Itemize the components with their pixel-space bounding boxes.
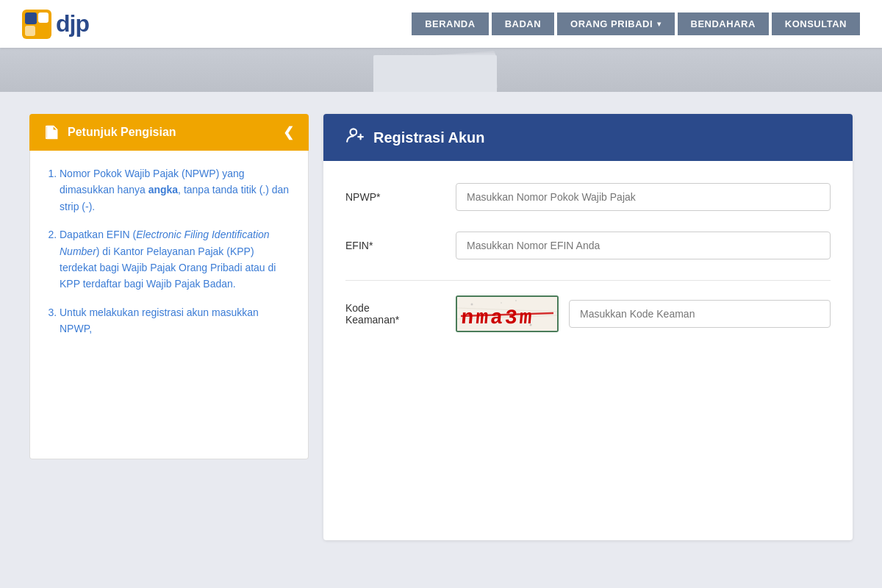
- instruction-2: Dapatkan EFIN (Electronic Filing Identif…: [60, 226, 293, 293]
- instruction-1: Nomor Pokok Wajib Pajak (NPWP) yang dima…: [60, 165, 293, 215]
- book-icon: [44, 124, 60, 140]
- svg-rect-1: [25, 12, 37, 24]
- npwp-row: NPWP*: [345, 183, 831, 211]
- captcha-area: nma3m: [456, 295, 831, 332]
- captcha-svg: nma3m: [457, 297, 557, 331]
- hero-banner: [0, 48, 882, 92]
- svg-rect-2: [38, 12, 49, 23]
- main-content: Petunjuk Pengisian ❮ Nomor Pokok Wajib P…: [0, 92, 882, 562]
- svg-rect-3: [25, 26, 35, 36]
- svg-text:nma3m: nma3m: [460, 306, 535, 329]
- petunjuk-body: Nomor Pokok Wajib Pajak (NPWP) yang dima…: [29, 151, 309, 459]
- registrasi-header: Registrasi Akun: [323, 114, 853, 161]
- right-panel: Registrasi Akun NPWP* EFIN* KodeKeamanan…: [323, 114, 853, 540]
- petunjuk-title: Petunjuk Pengisian: [68, 126, 176, 139]
- djp-logo-icon: [22, 10, 51, 39]
- kode-keamanan-label: KodeKeamanan*: [345, 302, 441, 326]
- efin-input[interactable]: [456, 232, 831, 259]
- main-nav: BERANDA BADAN ORANG PRIBADI BENDAHARA KO…: [412, 12, 860, 35]
- instruction-3: Untuk melakukan registrasi akun masukkan…: [60, 304, 293, 337]
- captcha-input[interactable]: [569, 300, 831, 328]
- svg-point-16: [530, 324, 532, 326]
- header: djp BERANDA BADAN ORANG PRIBADI BENDAHAR…: [0, 0, 882, 48]
- form-divider: [345, 280, 831, 281]
- nav-badan[interactable]: BADAN: [492, 12, 554, 35]
- kode-keamanan-row: KodeKeamanan* nma3m: [345, 295, 831, 332]
- npwp-label: NPWP*: [345, 191, 441, 203]
- svg-point-15: [501, 302, 502, 304]
- logo: djp: [22, 10, 89, 39]
- collapse-button[interactable]: ❮: [283, 124, 294, 140]
- nav-konsultan[interactable]: KONSULTAN: [772, 12, 860, 35]
- efin-label: EFIN*: [345, 240, 441, 251]
- left-panel: Petunjuk Pengisian ❮ Nomor Pokok Wajib P…: [29, 114, 309, 540]
- logo-text: djp: [56, 10, 89, 37]
- registrasi-title: Registrasi Akun: [373, 129, 485, 146]
- nav-orang-pribadi[interactable]: ORANG PRIBADI: [557, 12, 674, 35]
- registrasi-form: NPWP* EFIN* KodeKeamanan*: [323, 161, 853, 375]
- svg-rect-5: [48, 129, 52, 129]
- svg-point-6: [351, 129, 357, 135]
- svg-point-17: [515, 300, 517, 301]
- captcha-image[interactable]: nma3m: [456, 295, 559, 332]
- npwp-input[interactable]: [456, 183, 831, 211]
- nav-bendahara[interactable]: BENDAHARA: [678, 12, 769, 35]
- petunjuk-header: Petunjuk Pengisian ❮: [29, 114, 309, 151]
- svg-point-14: [471, 304, 473, 306]
- efin-row: EFIN*: [345, 232, 831, 259]
- nav-beranda[interactable]: BERANDA: [412, 12, 489, 35]
- user-plus-icon: [345, 126, 365, 149]
- petunjuk-title-area: Petunjuk Pengisian: [44, 124, 176, 140]
